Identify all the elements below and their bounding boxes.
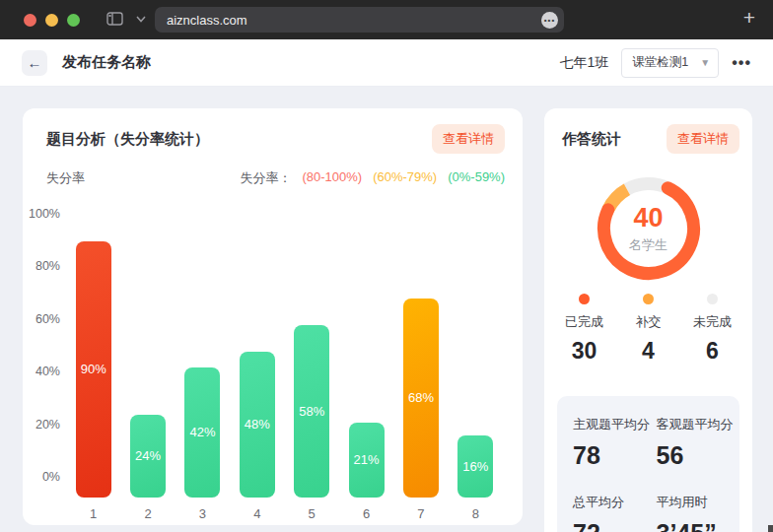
legend-value: 4 (642, 338, 655, 365)
x-axis-tick: 2 (120, 506, 175, 521)
bar[interactable]: 90% (76, 241, 111, 498)
bar-value-label: 68% (403, 390, 439, 405)
sidebar-toggle-icon[interactable] (106, 12, 123, 26)
x-axis-tick: 5 (285, 506, 339, 521)
browser-chrome: aiznclass.com ••• + (0, 0, 773, 39)
legend-dot-icon (579, 294, 590, 304)
score-summary-box: 主观题平均分78客观题平均分56总平均分72平均用时3’45” (557, 396, 739, 532)
stat-cell: 平均用时3’45” (657, 494, 740, 532)
completion-legend: 已完成30补交4未完成6 (552, 294, 744, 365)
bar[interactable]: 48% (240, 352, 275, 498)
class-name-label: 七年1班 (559, 54, 608, 72)
y-axis-tick: 40% (21, 365, 60, 378)
stat-label: 总平均分 (573, 494, 657, 511)
y-axis-tick: 100% (21, 207, 60, 221)
student-total-unit: 名学生 (629, 236, 668, 254)
legend-dot-icon (707, 294, 718, 304)
loss-rate-legend: 失分率： (80-100%)(60%-79%)(0%-59%) (240, 169, 505, 187)
y-axis-title: 失分率 (46, 169, 85, 187)
question-analysis-title: 题目分析（失分率统计） (46, 130, 209, 149)
completion-legend-item: 未完成6 (680, 294, 744, 365)
x-axis-tick: 4 (230, 506, 284, 521)
chevron-down-icon[interactable] (136, 16, 146, 23)
stat-label: 客观题平均分 (657, 416, 740, 433)
legend-value: 30 (572, 338, 597, 365)
task-select-dropdown[interactable]: 课堂检测1 ▼ (621, 48, 719, 78)
bar[interactable]: 24% (130, 415, 166, 498)
x-axis-tick: 1 (66, 506, 120, 521)
close-window-button[interactable] (24, 14, 36, 27)
scrollbar-thumb[interactable] (768, 525, 773, 532)
bar[interactable]: 58% (294, 325, 329, 498)
minimize-window-button[interactable] (45, 14, 58, 27)
answer-stats-title: 作答统计 (562, 130, 621, 149)
donut-chart: 40 名学生 (594, 173, 704, 284)
student-total-value: 40 (633, 203, 663, 233)
stat-cell: 总平均分72 (573, 494, 657, 532)
bar[interactable]: 21% (349, 423, 385, 498)
legend-prefix: 失分率： (240, 169, 291, 187)
bar[interactable]: 16% (457, 435, 493, 498)
url-text: aiznclass.com (167, 13, 247, 28)
bar-value-label: 90% (76, 362, 111, 376)
stat-label: 主观题平均分 (573, 416, 657, 433)
bar-value-label: 21% (349, 452, 385, 467)
legend-band: (80-100%) (302, 169, 362, 187)
legend-label: 未完成 (693, 313, 732, 331)
bar-value-label: 42% (184, 425, 220, 439)
x-axis-tick: 3 (176, 506, 230, 521)
x-axis-tick: 8 (449, 506, 503, 521)
task-select-value: 课堂检测1 (632, 54, 688, 71)
stat-label: 平均用时 (657, 494, 740, 511)
bar-chart: 0%20%40%60%80%100%90%24%42%48%58%21%68%1… (66, 203, 503, 525)
bar[interactable]: 42% (184, 367, 220, 498)
y-axis-tick: 0% (21, 470, 60, 484)
completion-legend-item: 已完成30 (552, 294, 616, 365)
address-bar[interactable]: aiznclass.com ••• (155, 7, 564, 33)
legend-dot-icon (643, 294, 654, 304)
app-header: ← 发布任务名称 七年1班 课堂检测1 ▼ ••• (0, 39, 773, 87)
legend-value: 6 (706, 338, 719, 365)
new-tab-button[interactable]: + (743, 6, 755, 30)
x-axis-tick: 7 (393, 506, 448, 521)
bar[interactable]: 68% (403, 299, 439, 498)
stat-value: 78 (573, 441, 657, 470)
legend-label: 补交 (636, 313, 662, 331)
view-details-button-left[interactable]: 查看详情 (432, 124, 505, 154)
view-details-button-right[interactable]: 查看详情 (667, 124, 739, 154)
back-button[interactable]: ← (22, 50, 47, 76)
stat-value: 56 (657, 441, 740, 470)
stat-cell: 客观题平均分56 (657, 416, 740, 470)
bar-value-label: 48% (240, 417, 275, 432)
more-options-button[interactable]: ••• (732, 54, 751, 72)
legend-band: (60%-79%) (373, 169, 437, 187)
answer-stats-card: 作答统计 查看详情 40 名学生 已完成30补交4未完成6 主观题平均分78客观… (544, 108, 752, 532)
stat-value: 72 (573, 519, 657, 532)
y-axis-tick: 60% (21, 312, 60, 326)
x-axis-tick: 6 (339, 506, 393, 521)
bar-value-label: 24% (130, 448, 166, 463)
stat-cell: 主观题平均分78 (573, 416, 657, 470)
y-axis-tick: 20% (21, 418, 60, 432)
completion-legend-item: 补交4 (616, 294, 680, 365)
y-axis-tick: 80% (21, 259, 60, 273)
select-chevron-icon: ▼ (700, 57, 710, 68)
bar-value-label: 16% (457, 459, 493, 474)
page-options-icon[interactable]: ••• (541, 12, 558, 29)
zoom-window-button[interactable] (67, 14, 80, 27)
bar-value-label: 58% (294, 404, 329, 419)
legend-label: 已完成 (565, 313, 603, 331)
question-analysis-card: 题目分析（失分率统计） 查看详情 失分率 失分率： (80-100%)(60%-… (23, 108, 523, 525)
page-title: 发布任务名称 (62, 53, 151, 72)
legend-band: (0%-59%) (448, 169, 505, 187)
stat-value: 3’45” (657, 519, 740, 532)
